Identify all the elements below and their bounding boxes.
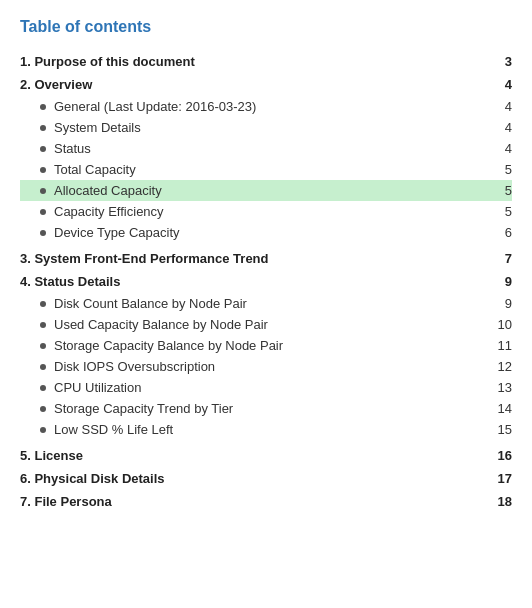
item-used-capacity[interactable]: Used Capacity Balance by Node Pair10 (20, 314, 512, 335)
item-low-ssd-page: 15 (492, 422, 512, 437)
section-4-label: 4. Status Details (20, 274, 492, 289)
item-used-capacity-text: Used Capacity Balance by Node Pair (54, 317, 492, 332)
bullet-dot-icon (40, 167, 46, 173)
item-device-type-capacity[interactable]: Device Type Capacity6 (20, 222, 512, 243)
bullet-dot-icon (40, 322, 46, 328)
item-disk-count[interactable]: Disk Count Balance by Node Pair9 (20, 293, 512, 314)
item-capacity-efficiency-bullet (40, 204, 54, 219)
item-storage-capacity-text: Storage Capacity Balance by Node Pair (54, 338, 492, 353)
item-general[interactable]: General (Last Update: 2016-03-23)4 (20, 96, 512, 117)
bullet-dot-icon (40, 209, 46, 215)
item-disk-count-page: 9 (492, 296, 512, 311)
item-low-ssd-text: Low SSD % Life Left (54, 422, 492, 437)
item-cpu-util-page: 13 (492, 380, 512, 395)
item-disk-iops-text: Disk IOPS Oversubscription (54, 359, 492, 374)
item-allocated-capacity-text: Allocated Capacity (54, 183, 492, 198)
section-1-label: 1. Purpose of this document (20, 54, 492, 69)
item-total-capacity[interactable]: Total Capacity5 (20, 159, 512, 180)
item-disk-iops[interactable]: Disk IOPS Oversubscription12 (20, 356, 512, 377)
section-5-label: 5. License (20, 448, 492, 463)
item-cpu-util-bullet (40, 380, 54, 395)
bullet-dot-icon (40, 146, 46, 152)
item-used-capacity-page: 10 (492, 317, 512, 332)
item-cpu-util-text: CPU Utilization (54, 380, 492, 395)
item-storage-capacity-page: 11 (492, 338, 512, 353)
item-low-ssd-bullet (40, 422, 54, 437)
section-3[interactable]: 3. System Front-End Performance Trend7 (20, 247, 512, 270)
bullet-dot-icon (40, 230, 46, 236)
toc-list: 1. Purpose of this document32. Overview4… (20, 50, 512, 513)
item-general-bullet (40, 99, 54, 114)
bullet-dot-icon (40, 427, 46, 433)
item-low-ssd[interactable]: Low SSD % Life Left15 (20, 419, 512, 440)
bullet-dot-icon (40, 301, 46, 307)
section-1-page: 3 (492, 54, 512, 69)
section-3-page: 7 (492, 251, 512, 266)
item-disk-iops-bullet (40, 359, 54, 374)
item-storage-trend[interactable]: Storage Capacity Trend by Tier14 (20, 398, 512, 419)
bullet-dot-icon (40, 385, 46, 391)
item-status[interactable]: Status4 (20, 138, 512, 159)
item-general-page: 4 (492, 99, 512, 114)
item-system-details[interactable]: System Details4 (20, 117, 512, 138)
item-capacity-efficiency[interactable]: Capacity Efficiency5 (20, 201, 512, 222)
toc-container: Table of contents 1. Purpose of this doc… (20, 18, 512, 513)
section-2[interactable]: 2. Overview4 (20, 73, 512, 96)
section-5-page: 16 (492, 448, 512, 463)
item-status-text: Status (54, 141, 492, 156)
item-storage-trend-page: 14 (492, 401, 512, 416)
item-storage-capacity-bullet (40, 338, 54, 353)
item-system-details-bullet (40, 120, 54, 135)
item-cpu-util[interactable]: CPU Utilization13 (20, 377, 512, 398)
section-4-page: 9 (492, 274, 512, 289)
item-disk-count-text: Disk Count Balance by Node Pair (54, 296, 492, 311)
bullet-dot-icon (40, 125, 46, 131)
item-disk-count-bullet (40, 296, 54, 311)
section-6-label: 6. Physical Disk Details (20, 471, 492, 486)
item-status-bullet (40, 141, 54, 156)
toc-title: Table of contents (20, 18, 512, 36)
item-allocated-capacity-bullet (40, 183, 54, 198)
section-2-subitems: General (Last Update: 2016-03-23)4System… (20, 96, 512, 243)
section-3-label: 3. System Front-End Performance Trend (20, 251, 492, 266)
bullet-dot-icon (40, 406, 46, 412)
item-general-text: General (Last Update: 2016-03-23) (54, 99, 492, 114)
section-7-label: 7. File Persona (20, 494, 492, 509)
bullet-dot-icon (40, 343, 46, 349)
item-capacity-efficiency-text: Capacity Efficiency (54, 204, 492, 219)
section-2-label: 2. Overview (20, 77, 492, 92)
item-disk-iops-page: 12 (492, 359, 512, 374)
bullet-dot-icon (40, 188, 46, 194)
item-device-type-capacity-page: 6 (492, 225, 512, 240)
section-7[interactable]: 7. File Persona18 (20, 490, 512, 513)
item-total-capacity-text: Total Capacity (54, 162, 492, 177)
section-7-page: 18 (492, 494, 512, 509)
section-5[interactable]: 5. License16 (20, 444, 512, 467)
item-device-type-capacity-text: Device Type Capacity (54, 225, 492, 240)
section-6[interactable]: 6. Physical Disk Details17 (20, 467, 512, 490)
section-4-subitems: Disk Count Balance by Node Pair9Used Cap… (20, 293, 512, 440)
item-total-capacity-page: 5 (492, 162, 512, 177)
item-storage-capacity[interactable]: Storage Capacity Balance by Node Pair11 (20, 335, 512, 356)
item-status-page: 4 (492, 141, 512, 156)
section-4[interactable]: 4. Status Details9 (20, 270, 512, 293)
section-1[interactable]: 1. Purpose of this document3 (20, 50, 512, 73)
section-2-page: 4 (492, 77, 512, 92)
bullet-dot-icon (40, 364, 46, 370)
item-used-capacity-bullet (40, 317, 54, 332)
bullet-dot-icon (40, 104, 46, 110)
item-storage-trend-bullet (40, 401, 54, 416)
item-system-details-page: 4 (492, 120, 512, 135)
item-storage-trend-text: Storage Capacity Trend by Tier (54, 401, 492, 416)
item-allocated-capacity[interactable]: Allocated Capacity5 (20, 180, 512, 201)
item-allocated-capacity-page: 5 (492, 183, 512, 198)
item-capacity-efficiency-page: 5 (492, 204, 512, 219)
item-device-type-capacity-bullet (40, 225, 54, 240)
section-6-page: 17 (492, 471, 512, 486)
item-system-details-text: System Details (54, 120, 492, 135)
item-total-capacity-bullet (40, 162, 54, 177)
